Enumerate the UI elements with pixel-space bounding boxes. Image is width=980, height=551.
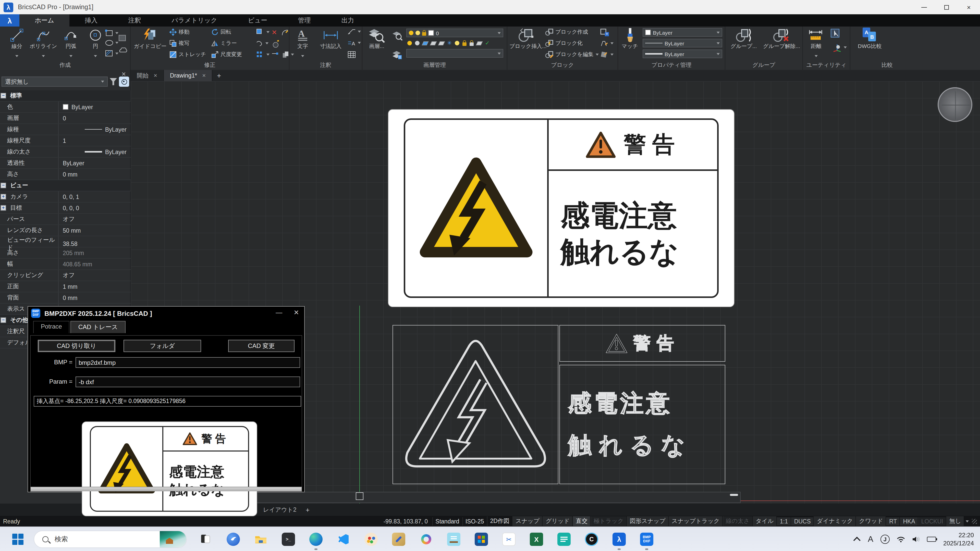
attributes-icon[interactable] (600, 40, 614, 47)
task-view-icon[interactable] (199, 533, 212, 546)
ccleaner-icon[interactable]: C (585, 533, 598, 546)
snipping-tool-icon[interactable]: ✂ (502, 533, 515, 546)
property-row[interactable]: レンズの長さ50 mm (0, 225, 130, 236)
property-row[interactable]: 透過性ByLayer (0, 158, 130, 169)
color-dropdown[interactable]: ByLayer (643, 28, 722, 37)
tab-cad-trace[interactable]: CAD トレース (71, 321, 126, 333)
property-row[interactable]: +カメラ0, 0, 1 (0, 191, 130, 203)
offset-icon[interactable] (256, 29, 269, 36)
close-tab-icon[interactable]: × (154, 72, 157, 79)
dwg-compare-button[interactable]: AB DWG比較 (854, 27, 885, 50)
tab-home[interactable]: ホーム (19, 14, 69, 27)
stretch-button[interactable]: ストレッチ (169, 51, 206, 58)
property-row[interactable]: ビューのフィールド38.58 (0, 236, 130, 248)
ucs-axes-icon[interactable] (832, 43, 847, 52)
insert-block-button[interactable]: ブロック挿入... (509, 27, 543, 50)
revision-cloud-icon[interactable] (118, 47, 127, 54)
property-row[interactable]: パースオフ (0, 214, 130, 225)
folder-button[interactable]: フォルダ (124, 340, 201, 352)
match-properties-button[interactable]: マッチ (619, 27, 641, 50)
layer-list-icon[interactable] (392, 50, 402, 59)
vscode-icon[interactable] (337, 533, 350, 546)
property-row[interactable]: 背面0 mm (0, 292, 130, 303)
arc-button[interactable]: 円弧 (57, 27, 85, 59)
tab-drawing1[interactable]: Drawing1*× (164, 70, 212, 81)
copy-button[interactable]: 複写 (169, 40, 189, 47)
quick-select-button[interactable] (119, 76, 129, 87)
text-style-icon[interactable]: A (348, 40, 361, 46)
tray-clock[interactable]: 22:20 2025/12/24 (943, 531, 974, 548)
thunderbird-icon[interactable] (227, 533, 240, 546)
palette-icon[interactable] (364, 533, 378, 546)
mirror-button[interactable]: ミラー (211, 40, 237, 47)
array-icon[interactable] (256, 51, 269, 58)
clipboard-app-icon[interactable] (557, 533, 571, 546)
toggle-ducs[interactable]: DUCS (791, 517, 813, 525)
layer-search-icon[interactable] (392, 30, 403, 41)
status-dimstyle[interactable]: ISO-25 (463, 517, 487, 525)
table-icon[interactable] (348, 51, 356, 58)
property-row[interactable]: 線種尺度1 (0, 135, 130, 146)
layers-button[interactable]: 画層... (364, 27, 389, 50)
resize-grip-icon[interactable] (972, 519, 977, 524)
group-button[interactable]: グループ... (727, 27, 760, 50)
command-scrollbar[interactable] (730, 494, 738, 496)
status-textstyle[interactable]: Standard (432, 517, 462, 525)
property-row[interactable]: 線種ByLayer (0, 124, 130, 135)
ime-language-icon[interactable]: J (880, 535, 890, 544)
dialog-scrollbar[interactable] (30, 487, 302, 491)
tab-parametric[interactable]: パラメトリック (156, 14, 232, 27)
copilot-icon[interactable] (420, 533, 433, 546)
collapse-icon[interactable]: − (0, 318, 6, 323)
toggle-snap[interactable]: スナップ (512, 516, 542, 526)
linetype-dropdown[interactable]: ByLayer (643, 39, 722, 48)
close-button[interactable]: × (958, 0, 980, 14)
fillet-icon[interactable] (282, 29, 289, 36)
battery-icon[interactable] (927, 537, 936, 542)
lengthen-icon[interactable] (272, 51, 279, 56)
ungroup-button[interactable]: グループ解除... (763, 27, 800, 50)
line-button[interactable]: 線分 (3, 27, 30, 59)
dialog-title-bar[interactable]: BMPDXF BMP2DXF 2025.12.24 [ BricsCAD ] —… (28, 306, 304, 320)
traced-message-box[interactable]: 感電注意 触れるな (559, 365, 725, 484)
toggle-snap-tracking[interactable]: スナップトラック (669, 516, 722, 526)
layer-state-dropdown[interactable] (406, 49, 503, 58)
param-input[interactable] (76, 376, 300, 387)
explode-icon[interactable] (272, 40, 280, 48)
status-menu-icon[interactable] (966, 520, 969, 522)
toggle-esnap[interactable]: 図形スナップ (627, 516, 668, 526)
toggle-rt[interactable]: RT (886, 517, 899, 525)
ime-mode-indicator[interactable]: A (868, 535, 873, 544)
application-menu-button[interactable]: λ (0, 14, 19, 27)
traced-warning-header-box[interactable]: 警告 (559, 325, 725, 362)
collapse-icon[interactable]: − (0, 93, 6, 98)
tray-expand-icon[interactable] (856, 537, 861, 542)
leader-icon[interactable] (348, 29, 361, 35)
expand-icon[interactable]: + (0, 205, 6, 211)
toggle-hka[interactable]: HKA (900, 517, 918, 525)
section-row[interactable]: −標準 (0, 90, 130, 102)
text-button[interactable]: A 文字 (293, 27, 313, 59)
chamfer-icon[interactable] (256, 40, 269, 47)
file-explorer-icon[interactable] (254, 533, 267, 546)
property-row[interactable]: 画層0 (0, 113, 130, 124)
navigation-wheel[interactable] (938, 87, 972, 122)
annotation-scale[interactable]: 1:1 (777, 517, 791, 525)
property-row[interactable]: +目標0, 0, 0 (0, 203, 130, 214)
section-row[interactable]: −ビュー (0, 180, 130, 191)
close-tab-icon[interactable]: × (202, 72, 206, 79)
bmp-filename-input[interactable] (76, 357, 300, 368)
distance-button[interactable]: 距離 (805, 27, 827, 59)
guided-copy-button[interactable]: ガイドコピー (134, 27, 165, 50)
search-daily-image[interactable] (160, 530, 186, 548)
minimize-button[interactable] (913, 0, 935, 14)
gradient-tool-icon[interactable] (118, 35, 127, 42)
start-button[interactable] (12, 534, 24, 545)
delete-icon[interactable]: ✕ (272, 29, 277, 36)
excel-icon[interactable]: X (530, 533, 543, 546)
dialog-close-icon[interactable]: ✕ (293, 309, 299, 316)
tab-layout2[interactable]: レイアウト2 (258, 505, 302, 515)
jw-cad-icon[interactable] (392, 533, 405, 546)
toggle-tile[interactable]: タイル (752, 516, 776, 526)
rectangle-tool-icon[interactable] (105, 30, 118, 37)
